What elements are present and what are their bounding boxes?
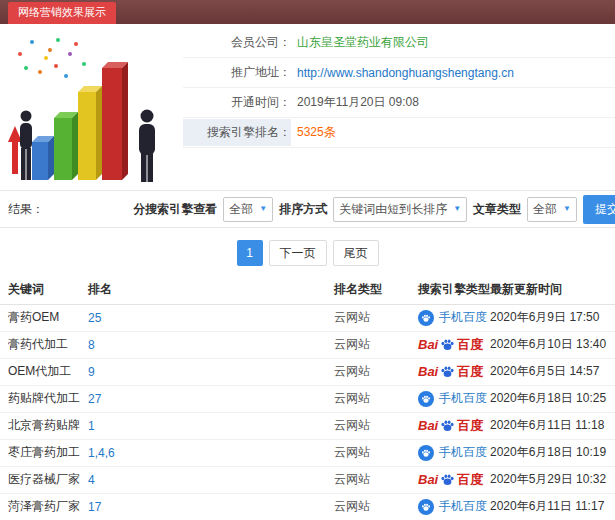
table-row: 医疗器械厂家4云网站Bai百度2020年5月29日 10:32 — [0, 466, 615, 493]
open-time-value: 2019年11月20日 09:08 — [297, 94, 419, 111]
keyword-cell: 膏药OEM — [0, 304, 88, 331]
rank-type-cell: 云网站 — [334, 412, 418, 439]
last-page-button[interactable]: 尾页 — [333, 240, 379, 266]
mobile-baidu-icon — [418, 310, 434, 326]
engine-cell: Bai百度 — [418, 358, 490, 385]
keyword-cell: 菏泽膏药厂家 — [0, 493, 88, 520]
mobile-baidu-icon — [418, 499, 434, 515]
company-label: 会员公司： — [183, 34, 291, 51]
updated-cell: 2020年6月5日 14:57 — [490, 358, 615, 385]
header-rank-type: 排名类型 — [334, 276, 418, 304]
table-row: 膏药OEM25云网站手机百度2020年6月9日 17:50 — [0, 304, 615, 331]
next-page-button[interactable]: 下一页 — [269, 240, 327, 266]
updated-cell: 2020年5月29日 10:32 — [490, 466, 615, 493]
engine-cell: 手机百度 — [418, 439, 490, 466]
page-current[interactable]: 1 — [237, 240, 263, 266]
filter-controls: 分搜索引擎查看 全部 ▼ 排序方式 关键词由短到长排序 ▼ 文章类型 全部 ▼ … — [133, 195, 615, 224]
updated-cell: 2020年6月11日 11:18 — [490, 412, 615, 439]
pagination: 1 下一页 尾页 — [0, 240, 615, 266]
header-bar: 网络营销效果展示 — [0, 0, 615, 24]
rank-cell: 17 — [88, 493, 334, 520]
table-row: 枣庄膏药加工1,4,6云网站手机百度2020年6月18日 10:19 — [0, 439, 615, 466]
up-arrow-graphic — [8, 126, 22, 174]
header-rank: 排名 — [88, 276, 334, 304]
updated-cell: 2020年6月9日 17:50 — [490, 304, 615, 331]
rank-cell: 1,4,6 — [88, 439, 334, 466]
rank-link[interactable]: 4 — [88, 473, 95, 487]
baidu-paw-icon — [421, 394, 431, 404]
table-header-row: 关键词 排名 排名类型 搜索引擎类型 最新更新时间 — [0, 276, 615, 304]
mobile-baidu-logo: 手机百度 — [418, 390, 487, 407]
keyword-cell: 北京膏药贴牌 — [0, 412, 88, 439]
businessman-right — [139, 110, 155, 183]
header-keyword: 关键词 — [0, 276, 88, 304]
updated-cell: 2020年6月18日 10:19 — [490, 439, 615, 466]
article-type-select[interactable]: 全部 ▼ — [527, 197, 577, 222]
keyword-cell: 枣庄膏药加工 — [0, 439, 88, 466]
engine-filter-select[interactable]: 全部 ▼ — [223, 197, 273, 222]
sort-select[interactable]: 关键词由短到长排序 ▼ — [333, 197, 467, 222]
baidu-logo: Bai百度 — [418, 417, 483, 435]
chevron-down-icon: ▼ — [453, 205, 461, 213]
info-row-open-time: 开通时间： 2019年11月20日 09:08 — [183, 88, 615, 118]
rank-link[interactable]: 8 — [88, 338, 95, 352]
rank-link[interactable]: 17 — [88, 500, 101, 514]
engine-filter-value: 全部 — [229, 201, 253, 218]
keyword-cell: 膏药代加工 — [0, 331, 88, 358]
filter-bar: 结果： 分搜索引擎查看 全部 ▼ 排序方式 关键词由短到长排序 ▼ 文章类型 全… — [0, 190, 615, 228]
mobile-baidu-logo: 手机百度 — [418, 309, 487, 326]
engine-cell: 手机百度 — [418, 493, 490, 520]
rank-count-value: 5325条 — [297, 124, 336, 141]
page: 网络营销效果展示 — [0, 0, 615, 520]
open-time-label: 开通时间： — [183, 94, 291, 111]
rank-cell: 1 — [88, 412, 334, 439]
rank-cell: 8 — [88, 331, 334, 358]
info-row-company: 会员公司： 山东皇圣堂药业有限公司 — [183, 28, 615, 58]
rank-link[interactable]: 1,4,6 — [88, 446, 115, 460]
table-row: 菏泽膏药厂家17云网站手机百度2020年6月11日 11:17 — [0, 493, 615, 520]
mobile-baidu-logo: 手机百度 — [418, 444, 487, 461]
mobile-baidu-logo: 手机百度 — [418, 498, 487, 515]
bars — [32, 62, 128, 180]
keyword-cell: 医疗器械厂家 — [0, 466, 88, 493]
baidu-paw-icon — [421, 502, 431, 512]
promo-url-link[interactable]: http://www.shandonghuangshengtang.cn — [297, 66, 514, 80]
businessman-left — [20, 111, 32, 181]
bar-chart-graphic — [6, 28, 166, 188]
baidu-paw-icon — [440, 337, 455, 352]
engine-filter-label: 分搜索引擎查看 — [133, 201, 217, 218]
table-row: 药贴牌代加工27云网站手机百度2020年6月18日 10:25 — [0, 385, 615, 412]
rank-type-cell: 云网站 — [334, 466, 418, 493]
baidu-logo: Bai百度 — [418, 471, 483, 489]
engine-cell: Bai百度 — [418, 412, 490, 439]
rank-link[interactable]: 27 — [88, 392, 101, 406]
rank-type-cell: 云网站 — [334, 304, 418, 331]
hero-image — [6, 28, 166, 188]
engine-cell: Bai百度 — [418, 466, 490, 493]
rank-cell: 25 — [88, 304, 334, 331]
company-link[interactable]: 山东皇圣堂药业有限公司 — [297, 34, 429, 51]
table-body: 膏药OEM25云网站手机百度2020年6月9日 17:50膏药代加工8云网站Ba… — [0, 304, 615, 520]
rank-cell: 9 — [88, 358, 334, 385]
rank-cell: 4 — [88, 466, 334, 493]
rank-link[interactable]: 1 — [88, 419, 95, 433]
baidu-paw-icon — [440, 364, 455, 379]
promo-url-label: 推广地址： — [183, 64, 291, 81]
results-table-wrap: 关键词 排名 排名类型 搜索引擎类型 最新更新时间 膏药OEM25云网站手机百度… — [0, 276, 615, 520]
submit-button[interactable]: 提交 — [583, 195, 615, 224]
results-table: 关键词 排名 排名类型 搜索引擎类型 最新更新时间 膏药OEM25云网站手机百度… — [0, 276, 615, 520]
page-title: 网络营销效果展示 — [8, 2, 116, 24]
rank-link[interactable]: 25 — [88, 311, 101, 325]
rank-link[interactable]: 9 — [88, 365, 95, 379]
header-updated: 最新更新时间 — [490, 276, 615, 304]
mobile-baidu-icon — [418, 445, 434, 461]
engine-cell: Bai百度 — [418, 331, 490, 358]
confetti-dots — [18, 38, 86, 78]
updated-cell: 2020年6月11日 11:17 — [490, 493, 615, 520]
rank-type-cell: 云网站 — [334, 439, 418, 466]
updated-cell: 2020年6月10日 13:40 — [490, 331, 615, 358]
info-row-url: 推广地址： http://www.shandonghuangshengtang.… — [183, 58, 615, 88]
keyword-cell: 药贴牌代加工 — [0, 385, 88, 412]
baidu-paw-icon — [421, 448, 431, 458]
article-type-label: 文章类型 — [473, 201, 521, 218]
